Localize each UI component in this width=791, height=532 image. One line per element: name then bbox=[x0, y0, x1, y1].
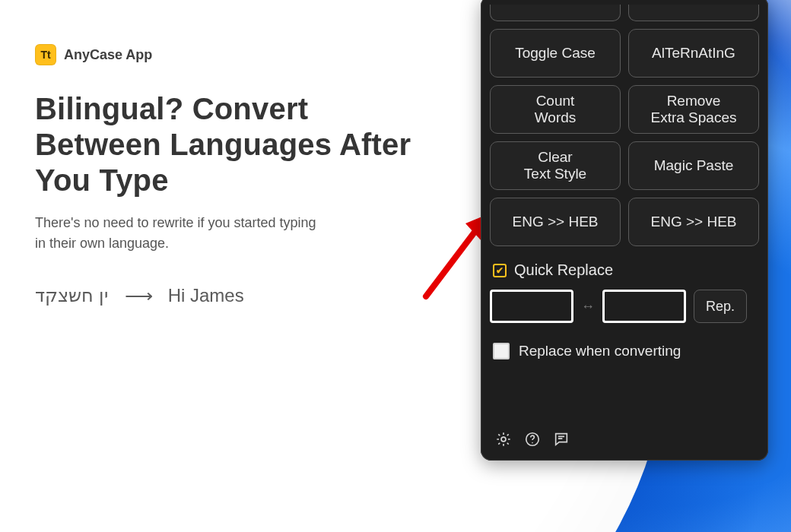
page-subhead: There's no need to rewrite if you starte… bbox=[35, 213, 324, 254]
decorative-dot bbox=[345, 467, 380, 502]
replace-button[interactable]: Rep. bbox=[694, 290, 747, 323]
app-logo-icon: Tt bbox=[35, 44, 56, 65]
svg-point-4 bbox=[532, 442, 533, 444]
count-words-button[interactable]: CountWords bbox=[490, 85, 621, 134]
find-input[interactable] bbox=[490, 290, 573, 323]
clear-text-style-button[interactable]: ClearText Style bbox=[490, 141, 621, 190]
replace-when-converting-checkbox[interactable] bbox=[493, 343, 510, 359]
svg-point-2 bbox=[501, 437, 506, 442]
toggle-case-button[interactable]: Toggle Case bbox=[490, 29, 621, 78]
swap-icon[interactable]: ↔ bbox=[581, 299, 595, 315]
decorative-dot bbox=[319, 441, 348, 470]
feedback-icon[interactable] bbox=[552, 430, 570, 448]
magic-paste-button[interactable]: Magic Paste bbox=[628, 141, 759, 190]
replace-when-converting-label: Replace when converting bbox=[519, 343, 681, 359]
remove-extra-spaces-button[interactable]: RemoveExtra Spaces bbox=[628, 85, 759, 134]
eng-to-heb-button-2[interactable]: ENG >> HEB bbox=[628, 198, 759, 246]
app-brand: Tt AnyCase App bbox=[35, 44, 430, 65]
gear-icon[interactable] bbox=[494, 430, 513, 448]
quick-replace-title: Quick Replace bbox=[514, 261, 613, 279]
page-headline: Bilingual? Convert Between Languages Aft… bbox=[35, 91, 430, 199]
panel-button-stub[interactable] bbox=[628, 5, 759, 21]
conversion-example: ין חשצקד ⟶ Hi James bbox=[35, 284, 430, 308]
app-name: AnyCase App bbox=[64, 47, 152, 63]
help-icon[interactable] bbox=[523, 430, 542, 448]
panel-button-stub[interactable] bbox=[490, 5, 621, 21]
anycase-tool-panel: Toggle Case AlTeRnAtInG CountWords Remov… bbox=[481, 0, 768, 461]
example-result: Hi James bbox=[168, 285, 244, 306]
svg-line-0 bbox=[426, 228, 478, 296]
arrow-right-icon: ⟶ bbox=[125, 284, 151, 308]
eng-to-heb-button[interactable]: ENG >> HEB bbox=[490, 198, 621, 246]
quick-replace-checkbox[interactable] bbox=[493, 264, 507, 277]
example-source: ין חשצקד bbox=[35, 285, 108, 306]
alternating-button[interactable]: AlTeRnAtInG bbox=[628, 29, 759, 78]
replace-input[interactable] bbox=[602, 290, 686, 323]
